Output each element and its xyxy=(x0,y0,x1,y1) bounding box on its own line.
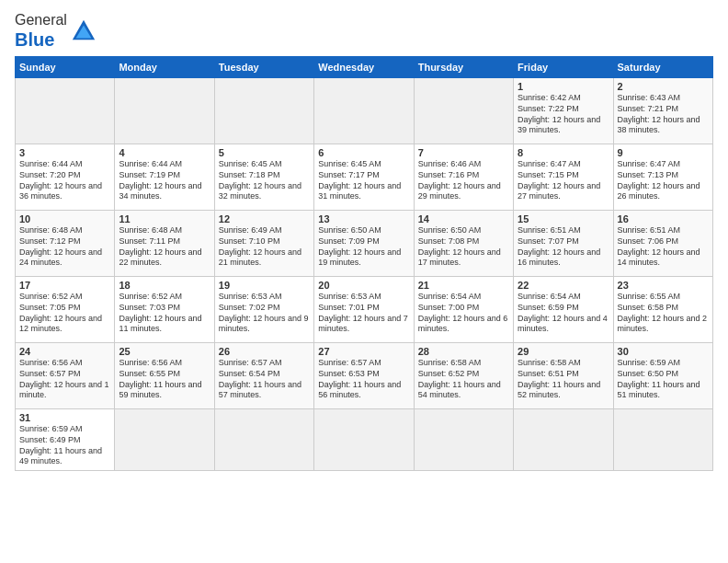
calendar-cell: 24Sunrise: 6:56 AMSunset: 6:57 PMDayligh… xyxy=(16,343,115,409)
day-info: Sunrise: 6:56 AM xyxy=(19,358,110,369)
day-info: Sunrise: 6:54 AM xyxy=(418,292,509,303)
day-info: Sunset: 6:58 PM xyxy=(618,303,709,314)
day-number: 18 xyxy=(119,280,210,291)
day-header-tuesday: Tuesday xyxy=(214,57,313,78)
day-info: Daylight: 11 hours and 57 minutes. xyxy=(219,380,310,401)
calendar-cell: 20Sunrise: 6:53 AMSunset: 7:01 PMDayligh… xyxy=(314,277,414,343)
day-info: Daylight: 12 hours and 11 minutes. xyxy=(119,314,210,335)
calendar-cell xyxy=(613,409,712,471)
calendar-cell: 25Sunrise: 6:56 AMSunset: 6:55 PMDayligh… xyxy=(115,343,214,409)
calendar-cell: 10Sunrise: 6:48 AMSunset: 7:12 PMDayligh… xyxy=(16,211,115,277)
day-number: 4 xyxy=(119,147,210,158)
day-number: 9 xyxy=(618,147,709,158)
calendar-cell: 12Sunrise: 6:49 AMSunset: 7:10 PMDayligh… xyxy=(214,211,313,277)
day-header-wednesday: Wednesday xyxy=(314,57,414,78)
day-number: 28 xyxy=(418,346,509,357)
logo-icon xyxy=(71,18,97,44)
day-number: 1 xyxy=(518,81,609,92)
day-info: Daylight: 12 hours and 39 minutes. xyxy=(518,115,609,136)
day-number: 15 xyxy=(518,213,609,224)
day-number: 31 xyxy=(19,412,110,423)
calendar-cell: 11Sunrise: 6:48 AMSunset: 7:11 PMDayligh… xyxy=(115,211,214,277)
day-number: 21 xyxy=(418,280,509,291)
day-info: Sunrise: 6:58 AM xyxy=(518,358,609,369)
day-info: Sunrise: 6:46 AM xyxy=(418,159,509,170)
day-number: 7 xyxy=(418,147,509,158)
day-number: 24 xyxy=(19,346,110,357)
day-header-thursday: Thursday xyxy=(414,57,513,78)
day-info: Sunset: 7:11 PM xyxy=(119,236,210,247)
day-info: Sunrise: 6:56 AM xyxy=(119,358,210,369)
calendar-cell xyxy=(16,78,115,144)
day-info: Daylight: 12 hours and 24 minutes. xyxy=(19,247,110,269)
day-info: Sunset: 7:12 PM xyxy=(19,236,110,247)
day-info: Sunset: 7:05 PM xyxy=(19,303,110,314)
calendar-cell: 8Sunrise: 6:47 AMSunset: 7:15 PMDaylight… xyxy=(514,144,613,211)
day-info: Sunset: 7:19 PM xyxy=(119,170,210,181)
day-number: 23 xyxy=(618,280,709,291)
day-info: Sunset: 7:13 PM xyxy=(618,170,709,181)
day-header-friday: Friday xyxy=(514,57,613,78)
calendar-cell xyxy=(214,78,313,144)
calendar-cell: 9Sunrise: 6:47 AMSunset: 7:13 PMDaylight… xyxy=(613,144,712,211)
day-info: Sunset: 7:20 PM xyxy=(19,170,110,181)
day-number: 25 xyxy=(119,346,210,357)
calendar-cell: 13Sunrise: 6:50 AMSunset: 7:09 PMDayligh… xyxy=(314,211,414,277)
day-info: Daylight: 12 hours and 2 minutes. xyxy=(618,314,709,335)
day-info: Daylight: 12 hours and 16 minutes. xyxy=(518,247,609,269)
day-info: Daylight: 12 hours and 1 minute. xyxy=(19,380,110,401)
day-info: Sunrise: 6:44 AM xyxy=(19,159,110,170)
day-info: Daylight: 11 hours and 52 minutes. xyxy=(518,380,609,401)
day-info: Sunrise: 6:44 AM xyxy=(119,159,210,170)
day-info: Sunrise: 6:50 AM xyxy=(418,225,509,236)
day-info: Sunset: 7:08 PM xyxy=(418,236,509,247)
day-info: Daylight: 11 hours and 51 minutes. xyxy=(618,380,709,401)
calendar-cell: 16Sunrise: 6:51 AMSunset: 7:06 PMDayligh… xyxy=(613,211,712,277)
day-info: Sunrise: 6:47 AM xyxy=(518,159,609,170)
day-number: 22 xyxy=(518,280,609,291)
calendar-cell: 18Sunrise: 6:52 AMSunset: 7:03 PMDayligh… xyxy=(115,277,214,343)
day-info: Sunrise: 6:48 AM xyxy=(119,225,210,236)
day-info: Sunrise: 6:51 AM xyxy=(618,225,709,236)
day-info: Daylight: 12 hours and 29 minutes. xyxy=(418,181,509,202)
header: General Blue xyxy=(15,11,713,51)
calendar-cell: 6Sunrise: 6:45 AMSunset: 7:17 PMDaylight… xyxy=(314,144,414,211)
day-info: Sunset: 7:00 PM xyxy=(418,303,509,314)
day-number: 8 xyxy=(518,147,609,158)
day-number: 20 xyxy=(318,280,409,291)
day-info: Daylight: 11 hours and 59 minutes. xyxy=(119,380,210,401)
day-info: Sunset: 7:15 PM xyxy=(518,170,609,181)
day-info: Sunset: 6:55 PM xyxy=(119,369,210,380)
day-number: 29 xyxy=(518,346,609,357)
calendar-table: SundayMondayTuesdayWednesdayThursdayFrid… xyxy=(15,56,713,471)
day-info: Sunrise: 6:51 AM xyxy=(518,225,609,236)
day-info: Sunset: 7:07 PM xyxy=(518,236,609,247)
day-number: 16 xyxy=(618,213,709,224)
calendar-cell: 7Sunrise: 6:46 AMSunset: 7:16 PMDaylight… xyxy=(414,144,513,211)
calendar-cell: 4Sunrise: 6:44 AMSunset: 7:19 PMDaylight… xyxy=(115,144,214,211)
day-info: Sunrise: 6:49 AM xyxy=(219,225,310,236)
day-info: Sunset: 7:01 PM xyxy=(318,303,409,314)
calendar-cell: 1Sunrise: 6:42 AMSunset: 7:22 PMDaylight… xyxy=(514,78,613,144)
calendar-cell: 28Sunrise: 6:58 AMSunset: 6:52 PMDayligh… xyxy=(414,343,513,409)
day-number: 2 xyxy=(618,81,709,92)
calendar-page: General Blue SundayMondayTuesdayWednesda… xyxy=(0,0,728,478)
day-info: Daylight: 12 hours and 21 minutes. xyxy=(219,247,310,269)
calendar-cell: 23Sunrise: 6:55 AMSunset: 6:58 PMDayligh… xyxy=(613,277,712,343)
day-info: Sunrise: 6:43 AM xyxy=(618,93,709,104)
calendar-cell xyxy=(414,409,513,471)
calendar-cell xyxy=(514,409,613,471)
day-info: Sunrise: 6:45 AM xyxy=(318,159,409,170)
day-info: Sunset: 6:49 PM xyxy=(19,435,110,446)
day-info: Daylight: 12 hours and 22 minutes. xyxy=(119,247,210,269)
day-header-saturday: Saturday xyxy=(613,57,712,78)
day-info: Daylight: 12 hours and 6 minutes. xyxy=(418,314,509,335)
day-info: Sunset: 6:50 PM xyxy=(618,369,709,380)
day-info: Daylight: 12 hours and 38 minutes. xyxy=(618,115,709,136)
day-info: Daylight: 12 hours and 14 minutes. xyxy=(618,247,709,269)
day-info: Sunset: 7:06 PM xyxy=(618,236,709,247)
calendar-cell: 15Sunrise: 6:51 AMSunset: 7:07 PMDayligh… xyxy=(514,211,613,277)
calendar-cell: 30Sunrise: 6:59 AMSunset: 6:50 PMDayligh… xyxy=(613,343,712,409)
day-info: Daylight: 12 hours and 17 minutes. xyxy=(418,247,509,269)
day-info: Sunrise: 6:53 AM xyxy=(219,292,310,303)
